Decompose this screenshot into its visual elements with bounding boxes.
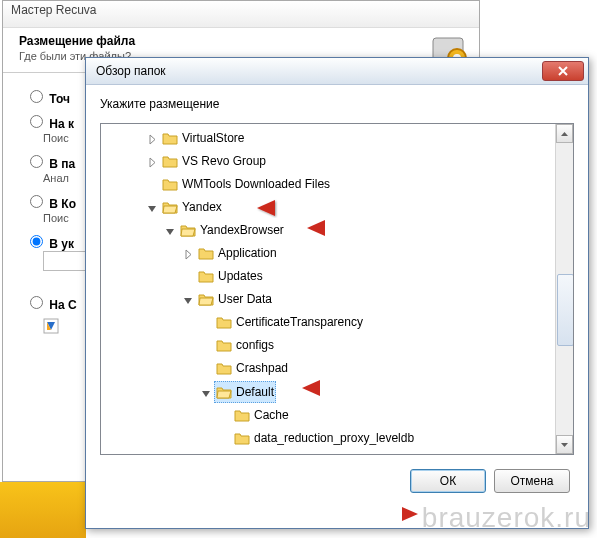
- watermark-text: brauzerok.ru: [422, 502, 591, 534]
- radio-label: Точ: [49, 92, 70, 106]
- chevron-down-icon: [561, 443, 568, 447]
- tree-node[interactable]: Updates: [196, 266, 265, 286]
- ok-button[interactable]: ОК: [410, 469, 486, 493]
- expander-collapsed-icon[interactable]: [147, 157, 158, 168]
- tree-node-default-selected[interactable]: Default: [214, 381, 276, 403]
- tree-node[interactable]: Crashpad: [214, 358, 290, 378]
- tree-label: WMTools Downloaded Files: [182, 174, 330, 194]
- radio-label: На к: [49, 117, 74, 131]
- radio-label: На C: [49, 298, 76, 312]
- folder-icon: [216, 361, 232, 375]
- tree-label: Cache: [254, 405, 289, 425]
- folder-open-icon: [216, 385, 232, 399]
- scroll-up-button[interactable]: [556, 124, 573, 143]
- dialog-title: Обзор папок: [96, 64, 542, 78]
- tree-node[interactable]: Cache: [232, 405, 291, 425]
- expander-collapsed-icon[interactable]: [147, 134, 158, 145]
- close-icon: [558, 66, 568, 76]
- tree-label: Application: [218, 243, 277, 263]
- tree-label: YandexBrowser: [200, 220, 284, 240]
- expander-expanded-icon[interactable]: [201, 388, 212, 399]
- scrollbar-thumb[interactable]: [557, 274, 574, 346]
- expander-expanded-icon[interactable]: [165, 226, 176, 237]
- folder-icon: [216, 315, 232, 329]
- folder-open-icon: [162, 200, 178, 214]
- scroll-down-button[interactable]: [556, 435, 573, 454]
- tree-label: VirtualStore: [182, 128, 244, 148]
- folder-open-icon: [198, 292, 214, 306]
- tree-label: Default: [236, 382, 274, 402]
- folder-icon: [216, 338, 232, 352]
- yellow-background-strip: [0, 482, 86, 538]
- tree-label: databases: [254, 451, 309, 454]
- folder-icon: [198, 246, 214, 260]
- tree-node-yandex[interactable]: Yandex: [160, 197, 224, 217]
- chevron-up-icon: [561, 132, 568, 136]
- tree-node[interactable]: CertificateTransparency: [214, 312, 365, 332]
- tree-node[interactable]: configs: [214, 335, 276, 355]
- tree-label: CertificateTransparency: [236, 312, 363, 332]
- folder-tree[interactable]: VirtualStore VS Revo Group WMTools Downl…: [101, 124, 573, 454]
- folder-icon: [234, 431, 250, 445]
- dialog-titlebar[interactable]: Обзор папок: [86, 58, 588, 85]
- browse-folder-dialog: Обзор папок Укажите размещение VirtualSt…: [85, 57, 589, 529]
- wizard-title-text: Мастер Recuva: [11, 3, 97, 17]
- folder-icon: [198, 269, 214, 283]
- tree-label: Yandex: [182, 197, 222, 217]
- tree-label: VS Revo Group: [182, 151, 266, 171]
- folder-tree-container: VirtualStore VS Revo Group WMTools Downl…: [100, 123, 574, 455]
- cancel-button[interactable]: Отмена: [494, 469, 570, 493]
- tree-node[interactable]: Application: [196, 243, 279, 263]
- expander-collapsed-icon[interactable]: [183, 249, 194, 260]
- tree-node[interactable]: VS Revo Group: [160, 151, 268, 171]
- radio-label: В ук: [49, 237, 74, 251]
- folder-icon: [162, 154, 178, 168]
- tree-label: User Data: [218, 289, 272, 309]
- dialog-instruction: Укажите размещение: [86, 85, 588, 119]
- wizard-heading: Размещение файла: [19, 34, 467, 48]
- cancel-label: Отмена: [510, 474, 553, 488]
- tree-node-yandexbrowser[interactable]: YandexBrowser: [178, 220, 286, 240]
- tree-label: data_reduction_proxy_leveldb: [254, 428, 414, 448]
- tree-node[interactable]: data_reduction_proxy_leveldb: [232, 428, 416, 448]
- folder-icon: [162, 177, 178, 191]
- expander-expanded-icon[interactable]: [183, 295, 194, 306]
- folder-open-icon: [180, 223, 196, 237]
- radio-label: В па: [49, 157, 75, 171]
- tree-label: configs: [236, 335, 274, 355]
- tree-label: Updates: [218, 266, 263, 286]
- radio-label: В Ко: [49, 197, 76, 211]
- tree-node[interactable]: VirtualStore: [160, 128, 246, 148]
- wizard-titlebar: Мастер Recuva: [3, 1, 479, 28]
- vertical-scrollbar[interactable]: [555, 124, 573, 454]
- ok-label: ОК: [440, 474, 456, 488]
- folder-icon: [234, 408, 250, 422]
- tree-node[interactable]: WMTools Downloaded Files: [160, 174, 332, 194]
- folder-icon: [162, 131, 178, 145]
- close-button[interactable]: [542, 61, 584, 81]
- expander-expanded-icon[interactable]: [147, 203, 158, 214]
- tree-node[interactable]: databases: [232, 451, 311, 454]
- dialog-button-row: ОК Отмена: [86, 455, 588, 493]
- tree-node-userdata[interactable]: User Data: [196, 289, 274, 309]
- tree-label: Crashpad: [236, 358, 288, 378]
